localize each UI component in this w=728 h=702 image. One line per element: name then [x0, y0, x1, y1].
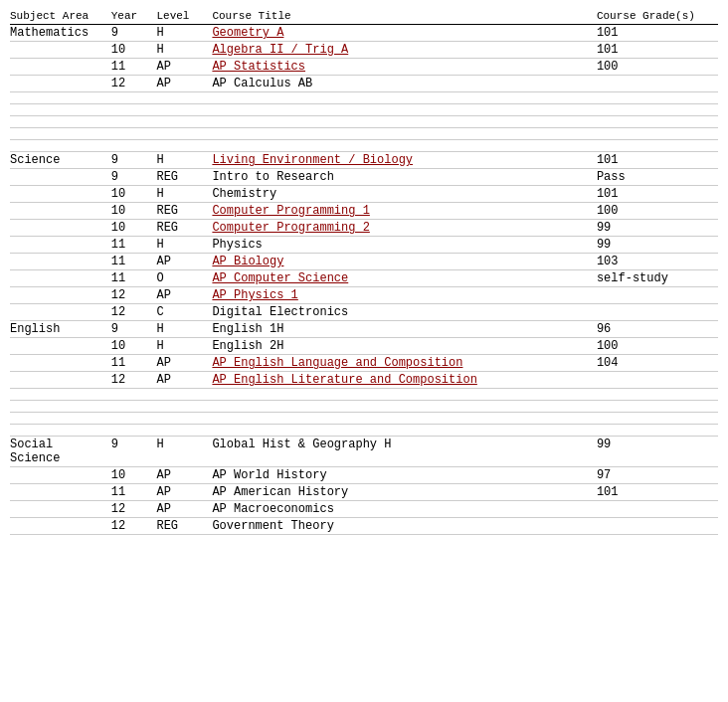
subject-area-cell [10, 42, 111, 59]
grade-cell: 97 [597, 467, 718, 484]
table-row: Science9HLiving Environment / Biology101 [10, 152, 718, 169]
subject-area-cell [10, 254, 111, 270]
table-row [10, 92, 718, 104]
title-cell[interactable]: Living Environment / Biology [212, 152, 597, 169]
title-cell[interactable]: AP Physics 1 [212, 287, 597, 304]
table-row: 11APAP American History101 [10, 484, 718, 501]
table-row [10, 401, 718, 413]
subject-area-cell [10, 169, 111, 186]
grade-cell: 101 [597, 186, 718, 203]
table-row [10, 425, 718, 437]
grade-cell: Pass [597, 169, 718, 186]
title-cell: English 2H [212, 338, 597, 355]
title-cell[interactable]: Geometry A [212, 25, 597, 42]
title-cell[interactable]: AP Biology [212, 254, 597, 270]
grade-cell: 100 [597, 338, 718, 355]
grade-cell [597, 372, 718, 389]
title-cell: Global Hist & Geography H [212, 437, 597, 467]
grade-cell: self-study [597, 270, 718, 287]
subject-area-cell: Science [10, 152, 111, 169]
title-cell[interactable]: AP English Literature and Composition [212, 372, 597, 389]
title-cell[interactable]: Algebra II / Trig A [212, 42, 597, 59]
title-cell: English 1H [212, 321, 597, 338]
level-cell: H [156, 25, 212, 42]
level-cell: H [156, 338, 212, 355]
level-cell: O [156, 270, 212, 287]
table-row: 11APAP Statistics100 [10, 59, 718, 76]
year-cell: 11 [111, 484, 157, 501]
year-cell: 9 [111, 321, 157, 338]
year-cell: 9 [111, 152, 157, 169]
title-cell: AP American History [212, 484, 597, 501]
grade-cell [597, 287, 718, 304]
title-cell: Government Theory [212, 518, 597, 535]
year-cell: 11 [111, 254, 157, 270]
table-row: 12APAP Calculus AB [10, 76, 718, 92]
title-cell[interactable]: Computer Programming 2 [212, 220, 597, 237]
title-cell[interactable]: AP Statistics [212, 59, 597, 76]
table-row: 12CDigital Electronics [10, 304, 718, 321]
level-cell: H [156, 186, 212, 203]
subject-area-cell [10, 518, 111, 535]
subject-area-cell [10, 287, 111, 304]
level-cell: REG [156, 169, 212, 186]
title-cell[interactable]: AP Computer Science [212, 270, 597, 287]
level-cell: AP [156, 484, 212, 501]
level-cell: AP [156, 76, 212, 92]
table-row [10, 140, 718, 152]
table-row: 10REGComputer Programming 1100 [10, 203, 718, 220]
subject-area-cell [10, 304, 111, 321]
title-cell: Digital Electronics [212, 304, 597, 321]
table-row: 11HPhysics99 [10, 237, 718, 254]
grade-cell: 101 [597, 25, 718, 42]
subject-area-cell [10, 355, 111, 372]
table-row: 11APAP English Language and Composition1… [10, 355, 718, 372]
table-row: 10HAlgebra II / Trig A101 [10, 42, 718, 59]
header-subject: Subject Area [10, 8, 111, 25]
table-row: 11OAP Computer Scienceself-study [10, 270, 718, 287]
title-cell: AP Macroeconomics [212, 501, 597, 518]
level-cell: AP [156, 467, 212, 484]
grade-cell: 99 [597, 437, 718, 467]
subject-area-cell [10, 203, 111, 220]
table-row: 9REGIntro to ResearchPass [10, 169, 718, 186]
table-row: 10HEnglish 2H100 [10, 338, 718, 355]
grade-cell: 99 [597, 237, 718, 254]
title-cell: Physics [212, 237, 597, 254]
level-cell: AP [156, 355, 212, 372]
year-cell: 10 [111, 220, 157, 237]
subject-area-cell [10, 76, 111, 92]
grade-cell: 100 [597, 59, 718, 76]
level-cell: AP [156, 287, 212, 304]
grade-cell [597, 304, 718, 321]
table-row [10, 128, 718, 140]
header-level: Level [156, 8, 212, 25]
year-cell: 12 [111, 304, 157, 321]
year-cell: 10 [111, 203, 157, 220]
year-cell: 9 [111, 25, 157, 42]
table-row: 12APAP English Literature and Compositio… [10, 372, 718, 389]
grade-cell: 103 [597, 254, 718, 270]
level-cell: H [156, 321, 212, 338]
year-cell: 11 [111, 355, 157, 372]
table-row: English9HEnglish 1H96 [10, 321, 718, 338]
grade-cell: 101 [597, 42, 718, 59]
table-row: 11APAP Biology103 [10, 254, 718, 270]
level-cell: H [156, 437, 212, 467]
level-cell: H [156, 237, 212, 254]
title-cell[interactable]: AP English Language and Composition [212, 355, 597, 372]
table-row: Mathematics9HGeometry A101 [10, 25, 718, 42]
year-cell: 10 [111, 338, 157, 355]
header-year: Year [111, 8, 157, 25]
header-title: Course Title [212, 8, 597, 25]
subject-area-cell: Social Science [10, 437, 111, 467]
grade-cell [597, 501, 718, 518]
year-cell: 11 [111, 270, 157, 287]
table-row: 12REGGovernment Theory [10, 518, 718, 535]
grade-cell [597, 76, 718, 92]
subject-area-cell [10, 270, 111, 287]
level-cell: AP [156, 59, 212, 76]
title-cell[interactable]: Computer Programming 1 [212, 203, 597, 220]
table-row [10, 413, 718, 425]
subject-area-cell [10, 220, 111, 237]
